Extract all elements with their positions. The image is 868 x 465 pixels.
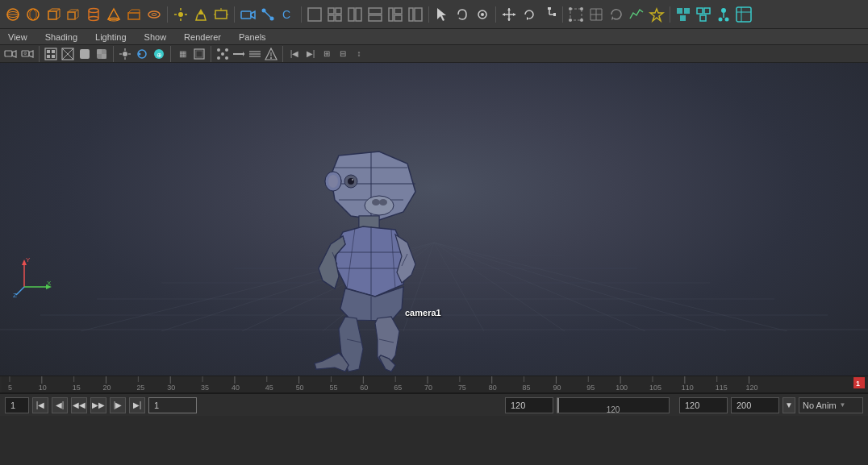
menu-lighting[interactable]: Lighting (90, 31, 131, 44)
timeline-icon3[interactable]: ⊞ (319, 47, 334, 61)
move-tool-icon[interactable] (499, 5, 519, 24)
menu-panels[interactable]: Panels (234, 31, 271, 44)
end-frame-display[interactable]: 120 (505, 397, 553, 413)
scrubber-label: 120 (607, 405, 620, 414)
camera-select-icon[interactable] (3, 47, 18, 61)
light-quality1-icon[interactable] (118, 47, 132, 61)
play-fwd-btn[interactable]: ▶▶ (90, 397, 106, 413)
go-to-start-btn[interactable]: |◀ (32, 397, 48, 413)
menu-renderer[interactable]: Renderer (179, 31, 226, 44)
svg-text:X: X (47, 280, 52, 287)
directional-light-icon[interactable] (171, 5, 190, 24)
area-light-icon[interactable] (211, 5, 231, 24)
far-frame-value2: 200 (737, 401, 751, 410)
cone-icon[interactable] (104, 5, 123, 24)
play-back-btn[interactable]: ◀◀ (71, 397, 87, 413)
three-pane-icon[interactable] (386, 5, 405, 24)
timeline-ruler[interactable]: 5 10 15 20 25 30 35 40 45 50 55 60 (0, 376, 868, 393)
far-frame-value: 120 (685, 401, 699, 410)
svg-rect-33 (241, 11, 251, 19)
cylinder-icon[interactable] (84, 5, 103, 24)
timeline-icon4[interactable]: ⊟ (336, 47, 350, 61)
extra-icon2[interactable] (248, 47, 262, 61)
svg-text:70: 70 (424, 384, 432, 392)
transform-group: C (238, 5, 298, 24)
sep1 (167, 6, 168, 23)
svg-text:110: 110 (682, 384, 694, 392)
lasso-icon[interactable] (453, 5, 472, 24)
spot-light-icon[interactable] (191, 5, 211, 24)
scale-tool-icon[interactable] (540, 5, 559, 24)
nurbs-cube-icon[interactable] (44, 5, 63, 24)
joint-icon[interactable] (258, 5, 278, 24)
three-pane2-icon[interactable] (406, 5, 425, 24)
snap-grid-icon[interactable] (586, 5, 606, 24)
four-pane-icon[interactable] (325, 5, 344, 24)
solid-icon[interactable] (77, 47, 92, 61)
svg-rect-48 (389, 8, 393, 21)
menu-view[interactable]: View (3, 31, 32, 44)
svg-text:C: C (282, 8, 290, 21)
svg-text:40: 40 (232, 384, 240, 392)
menu-show[interactable]: Show (140, 31, 172, 44)
paint-select-icon[interactable] (473, 5, 492, 24)
svg-text:85: 85 (523, 384, 531, 392)
extra-icon3[interactable] (264, 47, 278, 61)
plane-icon[interactable] (124, 5, 144, 24)
wireframe-icon[interactable] (61, 47, 75, 61)
extra-icon1[interactable] (232, 47, 246, 61)
step-fwd-btn[interactable]: |▶ (110, 397, 126, 413)
svg-marker-78 (611, 16, 614, 20)
rotate-tool-icon[interactable] (520, 5, 539, 24)
snap-vertex-icon[interactable] (566, 5, 586, 24)
viewport[interactable]: Y X Z camera1 (0, 63, 868, 376)
step-back-btn[interactable]: ◀| (52, 397, 68, 413)
select-tool-icon[interactable] (432, 5, 452, 24)
svg-point-3 (27, 9, 39, 20)
poly-sphere-icon[interactable] (23, 5, 43, 24)
snap-options-icon[interactable] (215, 47, 230, 61)
safe-area-icon[interactable] (192, 47, 207, 61)
textured-icon[interactable] (94, 47, 109, 61)
far-frame-field2[interactable]: 200 (731, 397, 779, 413)
current-frame-field[interactable]: 1 (148, 397, 197, 413)
camera-options-icon[interactable]: ⚙ (20, 47, 35, 61)
rigging2-icon[interactable] (694, 5, 713, 24)
cluster-icon[interactable]: C (278, 5, 298, 24)
side-by-side-icon[interactable] (345, 5, 365, 24)
no-anim-dropdown[interactable]: No Anim (799, 397, 863, 413)
rigging4-icon[interactable] (734, 5, 753, 24)
svg-rect-40 (328, 8, 334, 14)
go-to-end-btn[interactable]: ▶| (129, 397, 145, 413)
quick-select-icon[interactable] (647, 5, 666, 24)
timeline-icon2[interactable]: ▶| (303, 47, 318, 61)
history-icon[interactable] (607, 5, 626, 24)
timeline-scrubber[interactable]: 120 (557, 397, 670, 413)
torus-icon[interactable] (144, 5, 164, 24)
svg-rect-66 (553, 13, 556, 16)
nurbs-sphere-icon[interactable] (3, 5, 23, 24)
timeline-icon5[interactable]: ↕ (352, 47, 366, 61)
resolution-icon[interactable]: ▦ (175, 47, 190, 61)
light-quality2-icon[interactable] (135, 47, 149, 61)
anim-dropdown-arrow[interactable]: ▼ (782, 397, 795, 413)
timeline-icon1[interactable]: |◀ (287, 47, 302, 61)
far-frame-field[interactable]: 120 (679, 397, 728, 413)
camera-icon[interactable] (238, 5, 257, 24)
start-frame-field[interactable]: 1 (5, 397, 29, 413)
rigging1-icon[interactable] (674, 5, 693, 24)
graph-editor-icon[interactable] (627, 5, 646, 24)
shade-options-icon[interactable]: ⊕ (152, 47, 166, 61)
poly-cube-icon[interactable] (64, 5, 83, 24)
svg-rect-85 (700, 15, 706, 21)
menu-shading[interactable]: Shading (40, 31, 82, 44)
svg-point-69 (580, 7, 583, 10)
svg-text:Y: Y (26, 256, 31, 264)
svg-point-116 (139, 52, 141, 55)
single-pane-icon[interactable] (305, 5, 324, 24)
ruler-svg: 5 10 15 20 25 30 35 40 45 50 55 60 (2, 376, 866, 393)
svg-text:15: 15 (73, 384, 81, 392)
stacked-icon[interactable] (365, 5, 385, 24)
rigging3-icon[interactable] (714, 5, 733, 24)
display-quality-icon[interactable] (44, 47, 58, 61)
